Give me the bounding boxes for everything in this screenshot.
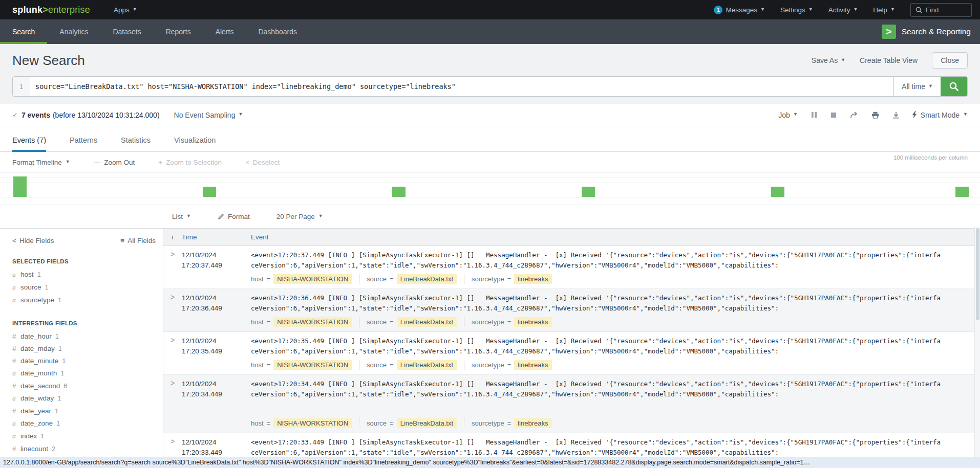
list-view-label: List	[172, 213, 183, 220]
timeline-bar-2[interactable]	[203, 187, 216, 197]
numeric-field-icon: #	[12, 445, 20, 453]
appbar-tab-search[interactable]: Search	[0, 19, 47, 44]
messages-menu[interactable]: 1 Messages▼	[714, 6, 764, 14]
field-item-index[interactable]: aindex1	[12, 430, 156, 442]
pause-job-button[interactable]	[811, 112, 817, 118]
row-expand-chevron-icon[interactable]: >	[163, 250, 182, 284]
field-value[interactable]: linebreaks	[514, 317, 551, 327]
event-field-sourcetype: sourcetype=linebreaks	[464, 274, 559, 284]
logo-enterprise-text: enterprise	[48, 5, 90, 15]
format-timeline-menu[interactable]: Format Timeline▼	[12, 159, 70, 166]
per-page-menu[interactable]: 20 Per Page▼	[276, 213, 323, 220]
row-expand-chevron-icon[interactable]: >	[163, 293, 182, 327]
app-nav-bar: SearchAnalyticsDatasetsReportsAlertsDash…	[0, 19, 980, 44]
splunk-logo[interactable]: splunk>enterprise	[12, 5, 90, 15]
activity-menu[interactable]: Activity▼	[828, 6, 858, 14]
zoom-to-selection-button[interactable]: +Zoom to Selection	[158, 159, 222, 166]
event-timeline-chart[interactable]	[0, 172, 980, 205]
zoom-out-label: Zoom Out	[104, 159, 135, 166]
appbar-tab-dashboards[interactable]: Dashboards	[246, 19, 309, 44]
zoom-out-button[interactable]: —Zoom Out	[94, 159, 135, 166]
scrollbar-thumb[interactable]	[976, 228, 979, 320]
job-menu[interactable]: Job▼	[778, 111, 798, 119]
field-count: 1	[55, 407, 58, 415]
field-item-date_month[interactable]: adate_month1	[12, 367, 156, 380]
share-job-button[interactable]	[850, 112, 858, 119]
field-item-date_zone[interactable]: adate_zone1	[12, 417, 156, 430]
row-expand-chevron-icon[interactable]: >	[163, 379, 182, 428]
field-value[interactable]: linebreaks	[514, 360, 551, 370]
help-menu[interactable]: Help▼	[873, 6, 895, 14]
timeline-bar-4[interactable]	[582, 187, 595, 197]
field-item-linecount[interactable]: #linecount2	[12, 442, 156, 455]
appbar-tab-analytics[interactable]: Analytics	[47, 19, 100, 44]
field-item-date_year[interactable]: #date_year1	[12, 405, 156, 417]
hide-fields-button[interactable]: <Hide Fields	[12, 237, 54, 244]
stop-job-button[interactable]	[830, 112, 837, 118]
field-item-source[interactable]: asource1	[12, 281, 156, 294]
find-box[interactable]	[910, 3, 972, 17]
field-value[interactable]: LineBreakData.txt	[397, 317, 457, 327]
create-table-view-link[interactable]: Create Table View	[860, 56, 918, 64]
search-query-input[interactable]: source="LineBreakData.txt" host="NISHA-W…	[30, 77, 893, 96]
deselect-button[interactable]: ×Deselect	[245, 159, 280, 166]
save-as-menu[interactable]: Save As▼	[812, 56, 845, 64]
vertical-scrollbar[interactable]	[974, 227, 980, 457]
field-value[interactable]: NISHA-WORKSTATION	[273, 360, 352, 370]
event-field-sourcetype: sourcetype=linebreaks	[464, 360, 559, 370]
field-value[interactable]: LineBreakData.txt	[397, 360, 457, 370]
field-item-date_hour[interactable]: #date_hour1	[12, 330, 156, 342]
list-view-menu[interactable]: List▼	[172, 213, 191, 220]
field-item-date_wday[interactable]: adate_wday1	[12, 392, 156, 405]
format-results-menu[interactable]: Format	[218, 213, 250, 220]
row-expand-chevron-icon[interactable]: >	[163, 336, 182, 370]
results-tab-visualization[interactable]: Visualization	[174, 136, 216, 152]
field-value[interactable]: linebreaks	[514, 418, 551, 428]
close-button[interactable]: Close	[932, 52, 968, 69]
search-mode-menu[interactable]: Smart Mode▼	[912, 111, 968, 119]
export-button[interactable]	[892, 112, 900, 119]
equals-sign: =	[390, 318, 394, 326]
results-tab-patterns[interactable]: Patterns	[70, 136, 97, 152]
field-value[interactable]: LineBreakData.txt	[397, 418, 457, 428]
field-value[interactable]: NISHA-WORKSTATION	[273, 418, 352, 428]
field-count: 2	[52, 445, 55, 453]
results-tab-statistics[interactable]: Statistics	[121, 136, 151, 152]
settings-menu[interactable]: Settings▼	[780, 6, 813, 14]
field-item-sourcetype[interactable]: asourcetype1	[12, 294, 156, 306]
appbar-tab-datasets[interactable]: Datasets	[100, 19, 153, 44]
field-item-host[interactable]: ahost1	[12, 268, 156, 281]
event-field-host: host=NISHA-WORKSTATION	[251, 418, 359, 428]
field-item-date_mday[interactable]: #date_mday1	[12, 342, 156, 354]
print-button[interactable]	[871, 112, 879, 119]
all-fields-button[interactable]: ≡All Fields	[120, 237, 156, 244]
timeline-bar-6[interactable]	[955, 187, 969, 197]
search-reporting-app-icon: >	[882, 25, 896, 39]
results-tab-events-7-[interactable]: Events (7)	[12, 136, 46, 152]
appbar-tab-alerts[interactable]: Alerts	[203, 19, 246, 44]
appbar-tab-reports[interactable]: Reports	[154, 19, 203, 44]
field-value[interactable]: linebreaks	[514, 274, 551, 284]
time-range-picker[interactable]: All time▼	[893, 77, 941, 96]
field-item-date_minute[interactable]: #date_minute1	[12, 354, 156, 367]
field-value[interactable]: NISHA-WORKSTATION	[273, 317, 352, 327]
event-time: 17:20:33.449	[182, 448, 251, 458]
app-identity[interactable]: > Search & Reporting	[882, 19, 980, 44]
field-count: 1	[40, 432, 44, 440]
timeline-bar-5[interactable]	[771, 187, 784, 197]
timeline-bar-1[interactable]	[13, 176, 27, 197]
field-value[interactable]: LineBreakData.txt	[397, 274, 457, 284]
find-input[interactable]	[926, 6, 966, 14]
events-table: i Time Event >12/10/202417:20:37.449<eve…	[163, 229, 980, 468]
app-nav-tabs: SearchAnalyticsDatasetsReportsAlertsDash…	[0, 19, 309, 44]
field-item-date_second[interactable]: #date_second6	[12, 380, 156, 392]
timeline-bar-3[interactable]	[392, 187, 406, 197]
equals-sign: =	[507, 361, 512, 369]
field-value[interactable]: NISHA-WORKSTATION	[273, 274, 352, 284]
event-field-source: source=LineBreakData.txt	[359, 360, 464, 370]
apps-menu[interactable]: Apps▼	[114, 6, 137, 14]
event-sampling-menu[interactable]: No Event Sampling▼	[174, 111, 243, 119]
field-label: host	[251, 419, 264, 427]
search-submit-button[interactable]	[941, 77, 967, 96]
info-column-header: i	[163, 233, 182, 241]
